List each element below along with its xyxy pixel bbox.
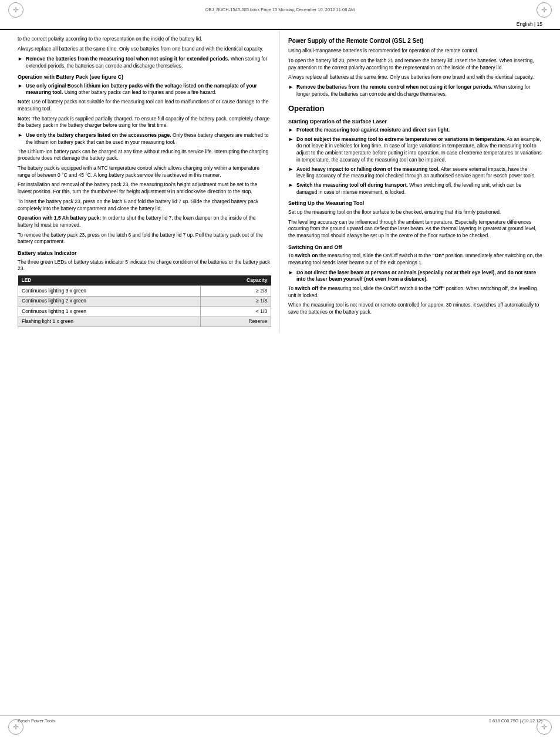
bullet-heavy-impact-bold: Avoid heavy impact to or falling down of… xyxy=(296,166,440,172)
bullet-arrow-3: ► xyxy=(18,132,25,146)
left-intro: to the correct polarity according to the… xyxy=(18,36,271,43)
setup-para2: The levelling accuracy can be influenced… xyxy=(288,219,542,240)
battery-status-text: The three green LEDs of battery status i… xyxy=(18,259,271,272)
bullet-heavy-impact: ► Avoid heavy impact to or falling down … xyxy=(288,166,542,180)
note1: Note: Use of battery packs not suitable … xyxy=(18,99,271,112)
table-row-led-0: Continuous lighting 3 x green xyxy=(18,286,201,296)
bullet-arrow-r2: ► xyxy=(288,126,295,134)
bullet-laser-warning-text: Do not direct the laser beam at persons … xyxy=(296,270,542,283)
bullet-laser-warning-bold: Do not direct the laser beam at persons … xyxy=(296,270,536,282)
para-install: For installation and removal of the batt… xyxy=(18,181,271,195)
note1-text: Use of battery packs not suitable for th… xyxy=(18,99,268,112)
header-file-info: OBJ_BUCH-1545-005.book Page 15 Monday, D… xyxy=(205,7,355,13)
bullet-switch-transport: ► Switch the measuring tool off during t… xyxy=(288,182,542,196)
top-corners: ✛ OBJ_BUCH-1545-005.book Page 15 Monday,… xyxy=(0,0,560,20)
bullet-remote-batteries: ► Remove the batteries from the remote c… xyxy=(288,84,542,97)
bullet-arrow-r6: ► xyxy=(288,269,295,283)
bullet-remote-batteries-text: Remove the batteries from the remote con… xyxy=(296,84,542,97)
para-15ah: Operation with 1.5 Ah battery pack: In o… xyxy=(18,215,271,228)
bullet-remove-batteries-bold: Remove the batteries from the measuring … xyxy=(26,56,230,62)
switching-para1: To switch on the measuring tool, slide t… xyxy=(288,253,542,266)
table-col2-header: Capacity xyxy=(201,275,271,286)
led-table: LED Capacity Continuous lighting 3 x gre… xyxy=(18,275,271,327)
battery-pack-heading: Operation with Battery Pack (see figure … xyxy=(18,73,271,80)
para-ntc: The battery pack is equipped with a NTC … xyxy=(18,165,271,179)
bullet-arrow-r4: ► xyxy=(288,166,295,180)
power-supply-heading: Power Supply of the Remote Control (GSL … xyxy=(288,37,542,45)
bullet-heavy-impact-text: Avoid heavy impact to or falling down of… xyxy=(296,166,542,180)
battery-status-heading: Battery status Indicator xyxy=(18,250,271,257)
bullet-protect-bold: Protect the measuring tool against moist… xyxy=(296,127,450,133)
bullet-bosch-packs-rest: Using other battery packs can lead to in… xyxy=(63,89,216,95)
bullet-chargers-bold: Use only the battery chargers listed on … xyxy=(26,132,171,138)
bullet-arrow-1: ► xyxy=(18,55,25,69)
table-col1-header: LED xyxy=(18,275,201,286)
para-15ah-bold: Operation with 1.5 Ah battery pack: xyxy=(18,215,101,221)
bullet-bosch-packs: ► Use only original Bosch lithium ion ba… xyxy=(18,83,271,96)
bullet-arrow-r1: ► xyxy=(288,83,295,97)
bullet-switch-transport-bold: Switch the measuring tool off during tra… xyxy=(296,182,408,188)
para-insert: To insert the battery pack 23, press on … xyxy=(18,198,271,212)
switching-para3: When the measuring tool is not moved or … xyxy=(288,302,542,315)
bullet-remove-batteries: ► Remove the batteries from the measurin… xyxy=(18,56,271,69)
table-row-capacity-3: Reserve xyxy=(201,317,271,327)
page-number-bar: English | 15 xyxy=(0,20,560,30)
bullet-chargers-text: Use only the battery chargers listed on … xyxy=(26,132,271,146)
table-row-led-3: Flashing light 1 x green xyxy=(18,317,201,327)
on-label: "On" xyxy=(433,253,444,258)
bullet-remove-batteries-text: Remove the batteries from the measuring … xyxy=(26,56,271,69)
bullet-protect: ► Protect the measuring tool against moi… xyxy=(288,127,542,134)
bullet-switch-transport-text: Switch the measuring tool off during tra… xyxy=(296,182,542,196)
right-column: Power Supply of the Remote Control (GSL … xyxy=(280,30,560,333)
bullet-chargers: ► Use only the battery chargers listed o… xyxy=(18,132,271,146)
bottom-left-corner-mark: ✛ xyxy=(8,719,23,735)
bottom-corners: ✛ ✛ xyxy=(0,719,560,735)
power-supply-para1: To open the battery lid 20, press on the… xyxy=(288,58,542,71)
top-left-corner-mark: ✛ xyxy=(8,2,23,18)
table-row-capacity-1: ≥ 1/3 xyxy=(201,296,271,306)
always-replace-left: Always replace all batteries at the same… xyxy=(18,46,271,53)
page-wrapper: ✛ OBJ_BUCH-1545-005.book Page 15 Monday,… xyxy=(0,0,560,737)
operation-heading: Operation xyxy=(288,103,542,114)
bullet-temperature-text: Do not subject the measuring tool to ext… xyxy=(296,136,542,164)
bullet-temperature: ► Do not subject the measuring tool to e… xyxy=(288,136,542,164)
bullet-bosch-packs-text: Use only original Bosch lithium ion batt… xyxy=(26,83,271,96)
bullet-protect-text: Protect the measuring tool against moist… xyxy=(296,127,542,134)
page-number-text: English | 15 xyxy=(517,21,542,28)
bullet-arrow-r3: ► xyxy=(288,136,295,164)
table-row-led-2: Continuous lighting 1 x green xyxy=(18,307,201,317)
note2: Note: The battery pack is supplied parti… xyxy=(18,116,271,129)
bullet-arrow-2: ► xyxy=(18,82,25,96)
para-remove: To remove the battery pack 23, press on … xyxy=(18,232,271,245)
bullet-remote-batteries-bold: Remove the batteries from the remote con… xyxy=(296,84,492,90)
note2-label: Note: xyxy=(18,116,31,122)
power-supply-intro: Using alkali-manganese batteries is reco… xyxy=(288,48,542,55)
starting-heading: Starting Operation of the Surface Laser xyxy=(288,118,542,125)
bottom-right-corner-mark: ✛ xyxy=(537,719,552,735)
note1-label: Note: xyxy=(18,99,31,105)
note2-text: The battery pack is supplied partially c… xyxy=(18,116,269,129)
main-content: to the correct polarity according to the… xyxy=(0,30,560,333)
left-column: to the correct polarity according to the… xyxy=(0,30,280,333)
setup-heading: Setting Up the Measuring Tool xyxy=(288,200,542,207)
bullet-laser-warning: ► Do not direct the laser beam at person… xyxy=(288,270,542,283)
para-lithium: The Lithium-Ion battery pack can be char… xyxy=(18,149,271,162)
bullet-temperature-bold: Do not subject the measuring tool to ext… xyxy=(296,136,505,142)
table-row-capacity-2: < 1/3 xyxy=(201,307,271,317)
table-row-capacity-0: ≥ 2/3 xyxy=(201,286,271,296)
switching-para2: To switch off the measuring tool, slide … xyxy=(288,285,542,299)
switch-on-bold: switch on xyxy=(295,253,318,258)
table-row-led-1: Continuous lighting 2 x green xyxy=(18,296,201,306)
switching-para1-mid: the measuring tool, slide the On/Off swi… xyxy=(319,253,433,258)
switching-heading: Switching On and Off xyxy=(288,244,542,251)
setup-para1: Set up the measuring tool on the floor s… xyxy=(288,209,542,216)
top-right-corner-mark: ✛ xyxy=(537,2,552,18)
always-replace-right: Always replace all batteries at the same… xyxy=(288,74,542,81)
bullet-arrow-r5: ► xyxy=(288,181,295,196)
